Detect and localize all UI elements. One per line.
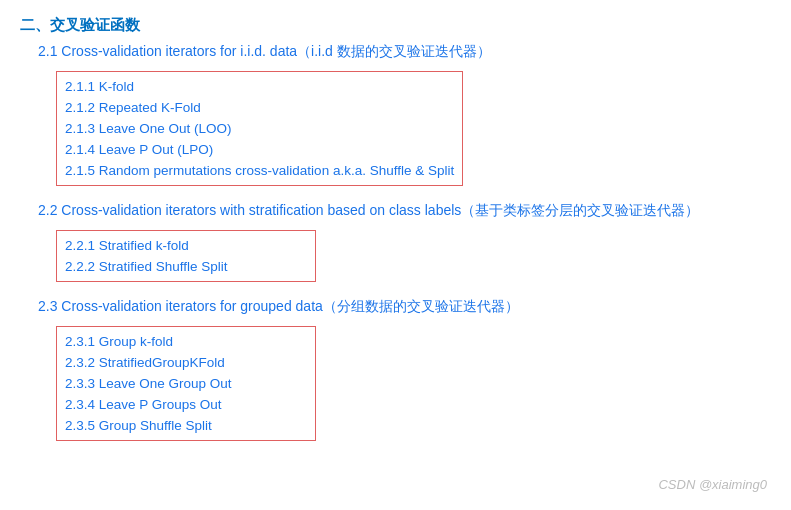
bordered-box-s2_3: 2.3.1 Group k-fold2.3.2 StratifiedGroupK… <box>56 326 316 441</box>
bordered-box-s2_2: 2.2.1 Stratified k-fold2.2.2 Stratified … <box>56 230 316 282</box>
box-item-s2_3-1[interactable]: 2.3.2 StratifiedGroupKFold <box>65 352 307 373</box>
box-item-s2_1-1[interactable]: 2.1.2 Repeated K-Fold <box>65 97 454 118</box>
subsection-heading-s2_3[interactable]: 2.3 Cross-validation iterators for group… <box>38 298 771 316</box>
box-item-s2_3-2[interactable]: 2.3.3 Leave One Group Out <box>65 373 307 394</box>
subsection-heading-s2_2[interactable]: 2.2 Cross-validation iterators with stra… <box>38 202 771 220</box>
box-item-s2_1-4[interactable]: 2.1.5 Random permutations cross-validati… <box>65 160 454 181</box>
box-item-s2_3-3[interactable]: 2.3.4 Leave P Groups Out <box>65 394 307 415</box>
bordered-box-s2_1: 2.1.1 K-fold2.1.2 Repeated K-Fold2.1.3 L… <box>56 71 463 186</box>
box-item-s2_1-3[interactable]: 2.1.4 Leave P Out (LPO) <box>65 139 454 160</box>
box-item-s2_3-4[interactable]: 2.3.5 Group Shuffle Split <box>65 415 307 436</box>
box-item-s2_1-2[interactable]: 2.1.3 Leave One Out (LOO) <box>65 118 454 139</box>
box-item-s2_2-1[interactable]: 2.2.2 Stratified Shuffle Split <box>65 256 307 277</box>
subsection-heading-s2_1[interactable]: 2.1 Cross-validation iterators for i.i.d… <box>38 43 771 61</box>
box-item-s2_3-0[interactable]: 2.3.1 Group k-fold <box>65 331 307 352</box>
box-item-s2_2-0[interactable]: 2.2.1 Stratified k-fold <box>65 235 307 256</box>
main-heading: 二、交叉验证函数 <box>20 16 771 35</box>
box-item-s2_1-0[interactable]: 2.1.1 K-fold <box>65 76 454 97</box>
